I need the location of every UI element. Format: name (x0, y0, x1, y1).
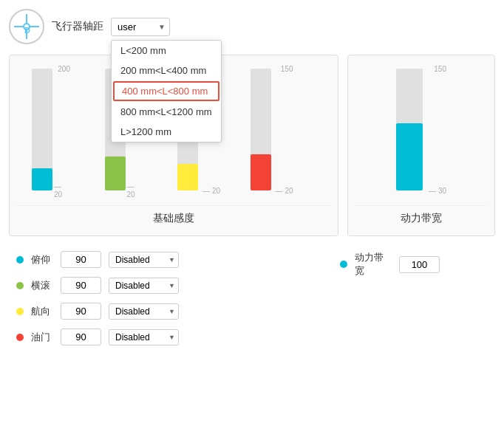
dropdown-item-800to1200[interactable]: 800 mm<L<1200 mm (112, 102, 221, 122)
axis-distance-select[interactable]: user (111, 18, 170, 36)
power-dot (340, 261, 347, 268)
yaw-dot (16, 308, 24, 315)
axis-distance-dropdown-wrapper[interactable]: user ▼ L<200 mm 200 mm<L<400 mm 400 mm<L… (111, 18, 170, 36)
throttle-dot (16, 334, 24, 341)
pitch-scale-bottom: — 20 (54, 182, 70, 199)
page-title: 飞行器轴距 (52, 20, 103, 33)
yaw-scale-bottom: — 20 (202, 187, 220, 195)
left-panel-title: 基础感度 (17, 205, 330, 228)
throttle-bar-container (251, 69, 271, 190)
roll-bar-fill (105, 156, 126, 190)
control-row-pitch: 俯仰 Disabled ▼ (16, 251, 325, 268)
pitch-dropdown-wrapper[interactable]: Disabled ▼ (109, 252, 179, 268)
roll-scale-bottom: — 20 (127, 182, 143, 199)
yaw-label: 航向 (31, 305, 53, 318)
logo: D (9, 9, 44, 44)
pitch-scale-top: 200 (58, 65, 70, 73)
roll-input[interactable] (61, 277, 101, 294)
controls-right: 动力带宽 (340, 251, 488, 354)
dropdown-menu[interactable]: L<200 mm 200 mm<L<400 mm 400 mm<L<800 mm… (111, 40, 222, 142)
control-row-power: 动力带宽 (340, 251, 488, 278)
power-bar-fill (396, 123, 423, 190)
controls-left: 俯仰 Disabled ▼ 横滚 Disabled ▼ (16, 251, 325, 354)
pitch-bar-fill (32, 168, 52, 190)
yaw-dropdown-wrapper[interactable]: Disabled ▼ (109, 303, 179, 320)
logo-d-text: D (24, 26, 30, 35)
control-row-yaw: 航向 Disabled ▼ (16, 303, 325, 320)
power-scale-bottom: — 30 (429, 187, 446, 195)
pitch-dot (16, 256, 24, 264)
throttle-label: 油门 (31, 331, 53, 344)
throttle-input[interactable] (61, 328, 101, 345)
roll-dropdown[interactable]: Disabled (109, 278, 179, 294)
power-scale-top: 150 (434, 65, 446, 73)
right-chart-panel: 150 — 30 动力带宽 (347, 55, 495, 236)
pitch-bar-container (32, 69, 52, 190)
roll-dot (16, 282, 24, 289)
yaw-bar-fill (177, 164, 198, 190)
control-row-roll: 横滚 Disabled ▼ (16, 277, 325, 294)
dropdown-item-200to400[interactable]: 200 mm<L<400 mm (112, 61, 221, 80)
yaw-input[interactable] (61, 303, 101, 320)
throttle-dropdown[interactable]: Disabled (109, 329, 179, 345)
header: D 飞行器轴距 user ▼ L<200 mm 200 mm<L<400 mm … (9, 9, 495, 44)
dropdown-item-gt1200[interactable]: L>1200 mm (112, 122, 221, 142)
power-bar-container (396, 69, 423, 190)
logo-center: D (23, 23, 30, 30)
roll-label: 横滚 (31, 279, 53, 292)
yaw-dropdown[interactable]: Disabled (109, 303, 179, 320)
pitch-label: 俯仰 (31, 253, 53, 266)
throttle-scale-top: 150 (281, 65, 293, 73)
power-label: 动力带宽 (355, 251, 392, 278)
controls-section: 俯仰 Disabled ▼ 横滚 Disabled ▼ (9, 251, 495, 354)
right-panel-title: 动力带宽 (355, 205, 487, 228)
throttle-bar-fill (251, 154, 271, 191)
roll-dropdown-wrapper[interactable]: Disabled ▼ (109, 278, 179, 294)
control-row-throttle: 油门 Disabled ▼ (16, 328, 325, 345)
throttle-dropdown-wrapper[interactable]: Disabled ▼ (109, 329, 179, 345)
dropdown-item-400to800[interactable]: 400 mm<L<800 mm (113, 81, 219, 101)
power-input[interactable] (399, 256, 440, 273)
pitch-input[interactable] (61, 251, 101, 268)
main-content: 200 — 20 — 20 (9, 55, 495, 236)
dropdown-item-lt200[interactable]: L<200 mm (112, 41, 221, 61)
pitch-dropdown[interactable]: Disabled (109, 252, 179, 268)
throttle-scale-bottom: — 20 (276, 187, 293, 195)
